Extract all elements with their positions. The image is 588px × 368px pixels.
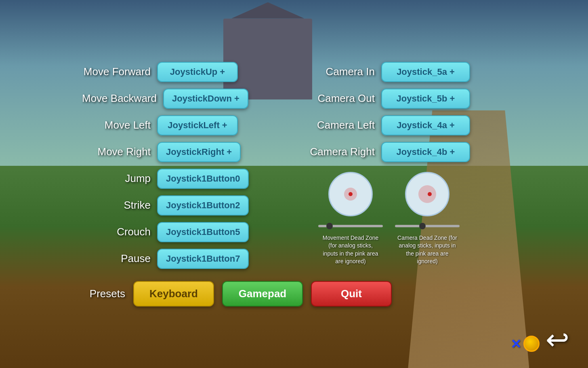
- coin-icon: [523, 336, 540, 352]
- presets-section: Presets Keyboard Gamepad Quit: [57, 281, 556, 307]
- camera-dead-zone-label: Camera Dead Zone (for analog sticks, inp…: [397, 234, 458, 266]
- main-panel: Move Forward JoystickUp + Move Backward …: [32, 62, 556, 307]
- camera-dead-zone-dot: [428, 192, 432, 196]
- control-row-jump: Jump Joystick1Button0: [82, 169, 286, 189]
- strike-binding[interactable]: Joystick1Button2: [157, 195, 249, 216]
- move-backward-binding[interactable]: JoystickDown +: [163, 89, 248, 109]
- camera-left-label: Camera Left: [302, 119, 375, 131]
- gamepad-button[interactable]: Gamepad: [222, 281, 303, 307]
- movement-circle: [328, 172, 373, 216]
- camera-right-label: Camera Right: [302, 146, 375, 158]
- decorative-items: ✕: [510, 336, 540, 352]
- movement-dead-zone-label: Movement Dead Zone (for analog sticks, i…: [320, 234, 381, 266]
- movement-dead-zone-dot: [349, 192, 353, 196]
- camera-slider-thumb[interactable]: [419, 223, 426, 229]
- left-controls: Move Forward JoystickUp + Move Backward …: [82, 62, 286, 269]
- crouch-binding[interactable]: Joystick1Button5: [157, 222, 249, 242]
- move-left-binding[interactable]: JoystickLeft +: [157, 115, 238, 135]
- control-row-move-backward: Move Backward JoystickDown +: [82, 89, 286, 109]
- camera-in-binding[interactable]: Joystick_5a +: [381, 62, 470, 82]
- control-row-move-right: Move Right JoystickRight +: [82, 142, 286, 162]
- camera-circle: [405, 172, 449, 216]
- camera-left-binding[interactable]: Joystick_4a +: [381, 115, 470, 135]
- move-backward-label: Move Backward: [82, 92, 157, 105]
- camera-slider-container: [395, 223, 460, 229]
- control-row-crouch: Crouch Joystick1Button5: [82, 222, 286, 242]
- dead-zone-section: Movement Dead Zone (for analog sticks, i…: [302, 172, 506, 266]
- control-row-move-left: Move Left JoystickLeft +: [82, 115, 286, 135]
- control-row-camera-right: Camera Right Joystick_4b +: [302, 142, 506, 162]
- move-left-label: Move Left: [82, 119, 151, 131]
- control-row-move-forward: Move Forward JoystickUp +: [82, 62, 286, 82]
- strike-label: Strike: [82, 199, 151, 211]
- move-forward-binding[interactable]: JoystickUp +: [157, 62, 238, 82]
- back-button[interactable]: ↩: [546, 326, 578, 358]
- right-controls: Camera In Joystick_5a + Camera Out Joyst…: [302, 62, 506, 269]
- control-row-pause: Pause Joystick1Button7: [82, 249, 286, 269]
- x-icon: ✕: [510, 336, 521, 352]
- movement-dead-zone: Movement Dead Zone (for analog sticks, i…: [318, 172, 383, 266]
- camera-slider-track: [395, 225, 460, 227]
- move-right-binding[interactable]: JoystickRight +: [157, 142, 241, 162]
- jump-label: Jump: [82, 172, 151, 185]
- movement-slider-thumb[interactable]: [326, 223, 333, 229]
- controls-grid: Move Forward JoystickUp + Move Backward …: [82, 62, 506, 269]
- control-row-camera-left: Camera Left Joystick_4a +: [302, 115, 506, 135]
- jump-binding[interactable]: Joystick1Button0: [157, 169, 249, 189]
- back-arrow-icon: ↩: [546, 326, 578, 354]
- camera-out-binding[interactable]: Joystick_5b +: [381, 89, 470, 109]
- control-row-strike: Strike Joystick1Button2: [82, 195, 286, 216]
- control-row-camera-out: Camera Out Joystick_5b +: [302, 89, 506, 109]
- camera-dead-zone-pink: [418, 185, 436, 203]
- camera-out-label: Camera Out: [302, 92, 375, 105]
- pause-label: Pause: [82, 252, 151, 265]
- move-right-label: Move Right: [82, 146, 151, 158]
- pause-binding[interactable]: Joystick1Button7: [157, 249, 249, 269]
- camera-dead-zone: Camera Dead Zone (for analog sticks, inp…: [395, 172, 460, 266]
- camera-right-binding[interactable]: Joystick_4b +: [381, 142, 470, 162]
- move-forward-label: Move Forward: [82, 66, 151, 78]
- control-row-camera-in: Camera In Joystick_5a +: [302, 62, 506, 82]
- quit-button[interactable]: Quit: [311, 281, 392, 307]
- movement-slider-container: [318, 223, 383, 229]
- ui-overlay: Move Forward JoystickUp + Move Backward …: [0, 0, 588, 368]
- keyboard-button[interactable]: Keyboard: [133, 281, 214, 307]
- crouch-label: Crouch: [82, 226, 151, 238]
- camera-in-label: Camera In: [302, 66, 375, 78]
- presets-label: Presets: [57, 288, 125, 300]
